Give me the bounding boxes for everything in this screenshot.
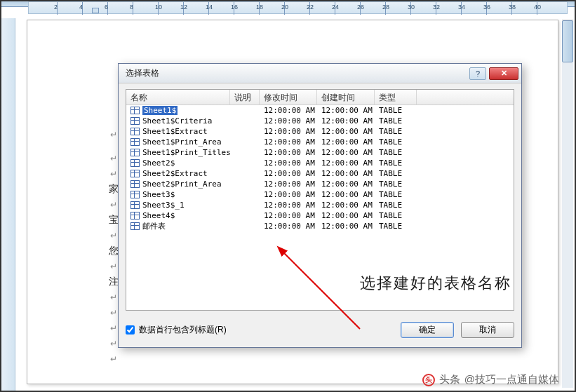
doc-line: ↵ [109, 128, 117, 140]
vertical-scrollbar[interactable] [562, 20, 573, 388]
credit-text1: 头条 [439, 373, 460, 386]
table-icon [130, 149, 140, 156]
table-icon [130, 117, 140, 125]
col-desc[interactable]: 说明 [230, 90, 260, 104]
table-icon [130, 212, 140, 219]
credit-icon: 头 [422, 374, 435, 386]
table-icon [130, 201, 140, 209]
table-row[interactable]: Sheet1$12:00:00 AM12:00:00 AMTABLE [126, 105, 514, 116]
doc-line: ↵ [109, 291, 117, 302]
table-row[interactable]: Sheet1$Criteria12:00:00 AM12:00:00 AMTAB… [126, 116, 514, 126]
table-listview[interactable]: 名称 说明 修改时间 创建时间 类型 Sheet1$12:00:00 AM12:… [126, 89, 514, 311]
table-row[interactable]: Sheet4$12:00:00 AM12:00:00 AMTABLE [126, 210, 514, 221]
table-icon [130, 191, 140, 198]
col-name[interactable]: 名称 [126, 90, 230, 104]
doc-line: ↵ [109, 337, 117, 349]
table-icon [130, 138, 140, 146]
select-table-dialog: 选择表格 ? ✕ 名称 说明 修改时间 创建时间 类型 Sheet1$12:00… [118, 63, 522, 348]
table-row[interactable]: Sheet1$Extract12:00:00 AM12:00:00 AMTABL… [126, 126, 514, 137]
table-icon [130, 159, 140, 167]
table-row[interactable]: Sheet2$12:00:00 AM12:00:00 AMTABLE [126, 158, 514, 168]
vertical-ruler[interactable] [1, 18, 15, 391]
checkbox-input[interactable] [126, 325, 135, 334]
doc-line: ↵ [109, 198, 117, 210]
dialog-title: 选择表格 [126, 67, 469, 79]
checkbox-label: 数据首行包含列标题(R) [139, 324, 227, 336]
listview-header[interactable]: 名称 说明 修改时间 创建时间 类型 [126, 90, 514, 105]
table-row[interactable]: Sheet3$_112:00:00 AM12:00:00 AMTABLE [126, 200, 514, 210]
table-row[interactable]: Sheet2$Print_Area12:00:00 AM12:00:00 AMT… [126, 179, 514, 189]
horizontal-ruler[interactable]: 246810121416182022242628303234363840 [28, 1, 568, 14]
doc-line: ↵ [109, 152, 117, 163]
doc-line: ↵ [109, 306, 117, 318]
first-row-header-checkbox[interactable]: 数据首行包含列标题(R) [126, 324, 394, 336]
cancel-button[interactable]: 取消 [461, 322, 514, 338]
table-icon [130, 107, 140, 114]
col-modified[interactable]: 修改时间 [260, 90, 317, 104]
credit-text2: @技巧一点通自媒体 [464, 373, 559, 386]
table-row[interactable]: Sheet1$Print_Area12:00:00 AM12:00:00 AMT… [126, 137, 514, 147]
doc-line: ↵ [109, 168, 117, 179]
dialog-titlebar[interactable]: 选择表格 ? ✕ [119, 64, 521, 83]
table-icon [130, 222, 140, 230]
ok-button[interactable]: 确定 [401, 322, 454, 338]
indent-marker[interactable] [92, 8, 99, 13]
table-row[interactable]: Sheet3$12:00:00 AM12:00:00 AMTABLE [126, 189, 514, 200]
col-created[interactable]: 创建时间 [317, 90, 375, 104]
doc-line: ↵ [109, 353, 117, 364]
doc-line: ↵ [109, 260, 117, 271]
doc-line: ↵ [109, 229, 117, 241]
scrollbar-thumb[interactable] [562, 20, 573, 62]
table-icon [130, 170, 140, 177]
help-button[interactable]: ? [469, 67, 486, 80]
close-button[interactable]: ✕ [489, 67, 518, 80]
table-icon [130, 180, 140, 188]
table-icon [130, 128, 140, 135]
footer-credit: 头 头条 @技巧一点通自媒体 [422, 373, 559, 386]
table-row[interactable]: Sheet1$Print_Titles12:00:00 AM12:00:00 A… [126, 147, 514, 158]
doc-line: ↵ [109, 322, 117, 333]
table-row[interactable]: Sheet2$Extract12:00:00 AM12:00:00 AMTABL… [126, 168, 514, 179]
col-type[interactable]: 类型 [375, 90, 417, 104]
table-row[interactable]: 邮件表12:00:00 AM12:00:00 AMTABLE [126, 221, 514, 231]
dialog-bottom: 数据首行包含列标题(R) 确定 取消 [126, 319, 514, 340]
